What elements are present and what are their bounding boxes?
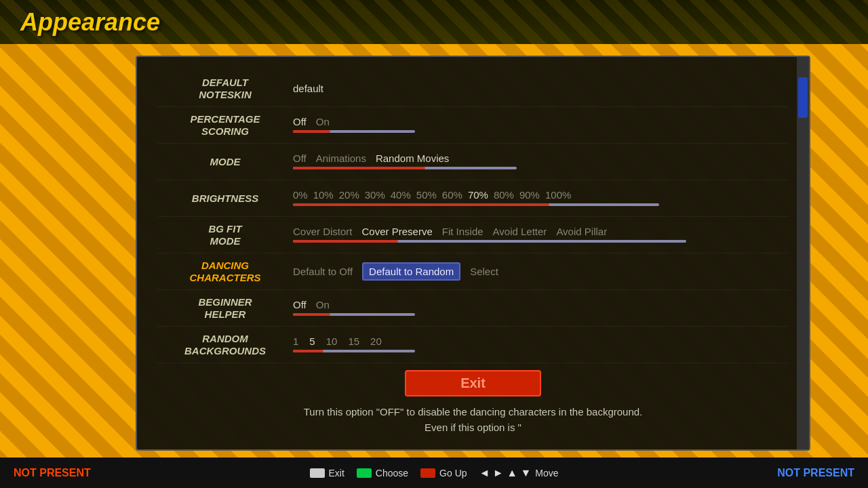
description-text: Turn this option "OFF" to disable the da… bbox=[157, 405, 789, 435]
option-mode-animations[interactable]: Animations bbox=[316, 152, 366, 164]
option-ps-off[interactable]: Off bbox=[293, 116, 307, 127]
green-box-icon bbox=[357, 468, 372, 478]
label-bg-fit-mode: BG FITMODE bbox=[157, 223, 293, 247]
option-bgfit-fitinside[interactable]: Fit Inside bbox=[442, 226, 484, 237]
slider-fill-ps bbox=[293, 130, 330, 133]
white-box-icon bbox=[310, 468, 325, 478]
slider-fill-bh bbox=[293, 313, 330, 316]
option-bgfit-avoidletter[interactable]: Avoid Letter bbox=[493, 226, 547, 237]
bottom-right-label: NOT PRESENT bbox=[777, 467, 854, 479]
description-line1: Turn this option "OFF" to disable the da… bbox=[304, 406, 643, 418]
exit-button[interactable]: Exit bbox=[405, 370, 541, 396]
arrows-icon: ◄ ► ▲ ▼ bbox=[479, 467, 532, 479]
option-ps-on[interactable]: On bbox=[316, 116, 330, 127]
option-rb-5[interactable]: 5 bbox=[309, 336, 315, 347]
option-rb-20[interactable]: 20 bbox=[370, 336, 382, 347]
option-br-70[interactable]: 70% bbox=[468, 189, 488, 201]
scrollbar-thumb[interactable] bbox=[798, 77, 808, 118]
setting-row-default-noteskin: DEFAULTNOTESKIN default bbox=[157, 70, 789, 107]
option-br-30[interactable]: 30% bbox=[365, 189, 385, 201]
options-dancing-characters: Default to Off Default to Random Select bbox=[293, 262, 789, 281]
exit-control: Exit bbox=[310, 468, 344, 479]
option-dc-off[interactable]: Default to Off bbox=[293, 266, 353, 277]
description-line2: Even if this option is " bbox=[425, 422, 521, 433]
setting-row-brightness: BRIGHTNESS 0% 10% 20% 30% 40% 50% 60% 70… bbox=[157, 180, 789, 217]
label-mode: MODE bbox=[157, 156, 293, 168]
option-br-0[interactable]: 0% bbox=[293, 189, 308, 201]
label-random-backgrounds: RANDOMBACKGROUNDS bbox=[157, 333, 293, 357]
option-br-20[interactable]: 20% bbox=[339, 189, 359, 201]
option-bh-off[interactable]: Off bbox=[293, 299, 307, 310]
options-percentage-scoring: Off On bbox=[293, 116, 789, 134]
setting-row-dancing-characters: DANCINGCHARACTERS Default to Off Default… bbox=[157, 253, 789, 290]
main-panel: DEFAULTNOTESKIN default PERCENTAGESCORIN… bbox=[136, 56, 810, 451]
settings-list: DEFAULTNOTESKIN default PERCENTAGESCORIN… bbox=[157, 70, 789, 363]
exit-button-container: Exit bbox=[157, 370, 789, 396]
page-title: Appearance bbox=[20, 8, 160, 37]
option-br-10[interactable]: 10% bbox=[313, 189, 334, 201]
option-bgfit-coverpreserve[interactable]: Cover Preserve bbox=[362, 226, 433, 237]
move-control-label: Move bbox=[535, 468, 558, 479]
exit-control-label: Exit bbox=[329, 468, 344, 479]
option-br-100[interactable]: 100% bbox=[545, 189, 571, 201]
top-bar: Appearance bbox=[0, 0, 868, 44]
option-dc-random[interactable]: Default to Random bbox=[362, 262, 460, 281]
slider-fill-rb bbox=[293, 350, 323, 352]
label-beginner-helper: BEGINNERHELPER bbox=[157, 296, 293, 321]
option-bgfit-avoidpillar[interactable]: Avoid Pillar bbox=[556, 226, 607, 237]
bottom-bar: NOT PRESENT Exit Choose Go Up ◄ ► ▲ ▼ Mo… bbox=[0, 458, 868, 488]
option-rb-15[interactable]: 15 bbox=[348, 336, 359, 347]
label-brightness: BRIGHTNESS bbox=[157, 192, 293, 205]
label-percentage-scoring: PERCENTAGESCORING bbox=[157, 113, 293, 138]
bottom-left-label: NOT PRESENT bbox=[14, 467, 91, 479]
setting-row-bg-fit-mode: BG FITMODE Cover Distort Cover Preserve … bbox=[157, 217, 789, 253]
option-bgfit-coverdistort[interactable]: Cover Distort bbox=[293, 226, 353, 237]
option-mode-randommovies[interactable]: Random Movies bbox=[376, 152, 449, 164]
option-rb-1[interactable]: 1 bbox=[293, 336, 298, 347]
setting-row-mode: MODE Off Animations Random Movies bbox=[157, 144, 789, 180]
choose-control-label: Choose bbox=[376, 468, 408, 479]
setting-row-beginner-helper: BEGINNERHELPER Off On bbox=[157, 290, 789, 327]
scrollbar[interactable] bbox=[797, 57, 809, 449]
slider-fill-mode bbox=[293, 167, 425, 169]
option-br-60[interactable]: 60% bbox=[442, 189, 462, 201]
label-dancing-characters: DANCINGCHARACTERS bbox=[157, 260, 293, 284]
slider-fill-bgfit bbox=[293, 240, 398, 243]
option-bh-on[interactable]: On bbox=[316, 299, 330, 310]
goup-control: Go Up bbox=[420, 468, 467, 479]
option-mode-off[interactable]: Off bbox=[293, 152, 307, 164]
option-rb-10[interactable]: 10 bbox=[326, 336, 338, 347]
setting-row-random-backgrounds: RANDOMBACKGROUNDS 1 5 10 15 20 bbox=[157, 327, 789, 363]
option-dc-select[interactable]: Select bbox=[470, 266, 498, 277]
slider-fill-br bbox=[293, 203, 549, 206]
option-br-50[interactable]: 50% bbox=[416, 189, 437, 201]
setting-row-percentage-scoring: PERCENTAGESCORING Off On bbox=[157, 107, 789, 144]
choose-control: Choose bbox=[357, 468, 408, 479]
red-box-icon bbox=[420, 468, 435, 478]
goup-control-label: Go Up bbox=[439, 468, 467, 479]
label-default-noteskin: DEFAULTNOTESKIN bbox=[157, 77, 293, 101]
move-control: ◄ ► ▲ ▼ Move bbox=[479, 467, 559, 479]
option-br-40[interactable]: 40% bbox=[391, 189, 411, 201]
controls-bar: Exit Choose Go Up ◄ ► ▲ ▼ Move bbox=[310, 467, 559, 479]
option-default-noteskin-default[interactable]: default bbox=[293, 83, 323, 94]
option-br-80[interactable]: 80% bbox=[494, 189, 514, 201]
options-default-noteskin: default bbox=[293, 83, 789, 94]
option-br-90[interactable]: 90% bbox=[519, 189, 540, 201]
